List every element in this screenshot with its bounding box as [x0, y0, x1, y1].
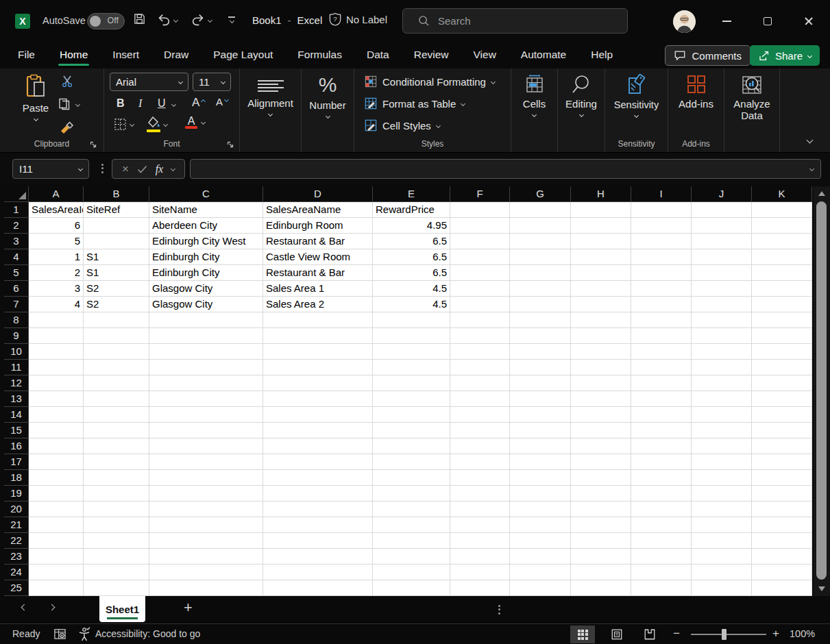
cell-G8[interactable]: [510, 312, 571, 328]
cell-F4[interactable]: [450, 249, 510, 265]
cell-H13[interactable]: [571, 391, 631, 407]
cell-F7[interactable]: [450, 297, 510, 312]
cell-C24[interactable]: [149, 565, 263, 580]
cell-D8[interactable]: [263, 312, 373, 328]
cell-G3[interactable]: [510, 234, 571, 249]
accessibility-status[interactable]: Accessibility: Good to go: [95, 628, 200, 639]
cell-K17[interactable]: [752, 454, 812, 470]
row-header-22[interactable]: 22: [4, 533, 29, 549]
cell-E11[interactable]: [373, 360, 450, 375]
quick-access-toolbar-button[interactable]: [228, 16, 235, 23]
cell-H10[interactable]: [571, 344, 631, 360]
page-break-preview-button[interactable]: [637, 626, 662, 643]
cell-F5[interactable]: [450, 265, 510, 281]
cell-H18[interactable]: [571, 470, 631, 486]
cell-C17[interactable]: [149, 454, 263, 470]
cell-F24[interactable]: [450, 565, 510, 580]
cell-J24[interactable]: [692, 565, 752, 580]
cell-A6[interactable]: 3: [29, 281, 84, 297]
row-header-12[interactable]: 12: [4, 375, 29, 391]
cell-H17[interactable]: [571, 454, 631, 470]
cell-J16[interactable]: [692, 438, 752, 454]
row-header-6[interactable]: 6: [4, 281, 29, 297]
row-header-10[interactable]: 10: [4, 344, 29, 360]
cell-I12[interactable]: [631, 375, 692, 391]
cell-G1[interactable]: [510, 202, 571, 218]
cut-button[interactable]: [60, 74, 74, 90]
copy-button[interactable]: [58, 97, 80, 111]
cell-E18[interactable]: [373, 470, 450, 486]
cell-J5[interactable]: [692, 265, 752, 281]
cell-A1[interactable]: SalesAreaId: [29, 202, 84, 218]
row-header-18[interactable]: 18: [4, 470, 29, 486]
cell-J1[interactable]: [692, 202, 752, 218]
cell-E23[interactable]: [373, 549, 450, 565]
bold-button[interactable]: B: [117, 97, 125, 110]
share-button[interactable]: Share: [750, 45, 820, 66]
cell-G16[interactable]: [510, 438, 571, 454]
cell-F8[interactable]: [450, 312, 510, 328]
cell-K19[interactable]: [752, 486, 812, 501]
cell-J17[interactable]: [692, 454, 752, 470]
editing-button[interactable]: Editing: [558, 74, 605, 116]
cell-J23[interactable]: [692, 549, 752, 565]
row-header-20[interactable]: 20: [4, 501, 29, 517]
column-header-I[interactable]: I: [631, 186, 692, 202]
cell-H2[interactable]: [571, 218, 631, 234]
cell-D6[interactable]: Sales Area 1: [263, 281, 373, 297]
row-header-4[interactable]: 4: [4, 249, 29, 265]
font-name-select[interactable]: Arial: [110, 73, 188, 91]
cell-G21[interactable]: [510, 517, 571, 533]
cell-A13[interactable]: [29, 391, 84, 407]
cell-I15[interactable]: [631, 423, 692, 438]
cell-D22[interactable]: [263, 533, 373, 549]
column-header-G[interactable]: G: [510, 186, 571, 202]
cell-F23[interactable]: [450, 549, 510, 565]
cell-B25[interactable]: [84, 580, 149, 596]
cell-B10[interactable]: [84, 344, 149, 360]
cell-A14[interactable]: [29, 407, 84, 423]
cell-A3[interactable]: 5: [29, 234, 84, 249]
cell-H19[interactable]: [571, 486, 631, 501]
cell-A15[interactable]: [29, 423, 84, 438]
cell-I1[interactable]: [631, 202, 692, 218]
menu-tab-view[interactable]: View: [474, 43, 496, 68]
cell-C5[interactable]: Edinburgh City: [149, 265, 263, 281]
cell-A25[interactable]: [29, 580, 84, 596]
cell-I4[interactable]: [631, 249, 692, 265]
row-header-13[interactable]: 13: [4, 391, 29, 407]
cell-B9[interactable]: [84, 328, 149, 344]
cell-J22[interactable]: [692, 533, 752, 549]
cell-D5[interactable]: Restaurant & Bar: [263, 265, 373, 281]
menu-tab-review[interactable]: Review: [414, 43, 449, 68]
cell-E14[interactable]: [373, 407, 450, 423]
cell-K1[interactable]: [752, 202, 812, 218]
menu-tab-formulas[interactable]: Formulas: [297, 43, 342, 68]
cell-F2[interactable]: [450, 218, 510, 234]
cell-A22[interactable]: [29, 533, 84, 549]
vertical-scrollbar-thumb[interactable]: [816, 201, 827, 580]
format-painter-button[interactable]: [59, 119, 74, 136]
cell-B19[interactable]: [84, 486, 149, 501]
cell-D13[interactable]: [263, 391, 373, 407]
column-header-H[interactable]: H: [571, 186, 631, 202]
cell-C2[interactable]: Aberdeen City: [149, 218, 263, 234]
cell-F1[interactable]: [450, 202, 510, 218]
cell-A2[interactable]: 6: [29, 218, 84, 234]
zoom-in-button[interactable]: +: [772, 627, 779, 641]
cell-I21[interactable]: [631, 517, 692, 533]
cell-I22[interactable]: [631, 533, 692, 549]
cell-K2[interactable]: [752, 218, 812, 234]
cell-K10[interactable]: [752, 344, 812, 360]
cell-J19[interactable]: [692, 486, 752, 501]
cell-E25[interactable]: [373, 580, 450, 596]
cell-I16[interactable]: [631, 438, 692, 454]
alignment-button[interactable]: Alignment: [240, 74, 301, 116]
cell-D11[interactable]: [263, 360, 373, 375]
zoom-out-button[interactable]: −: [673, 627, 680, 641]
cell-E6[interactable]: 4.5: [373, 281, 450, 297]
cell-A23[interactable]: [29, 549, 84, 565]
row-header-14[interactable]: 14: [4, 407, 29, 423]
cell-G2[interactable]: [510, 218, 571, 234]
vertical-scrollbar[interactable]: [814, 186, 830, 596]
